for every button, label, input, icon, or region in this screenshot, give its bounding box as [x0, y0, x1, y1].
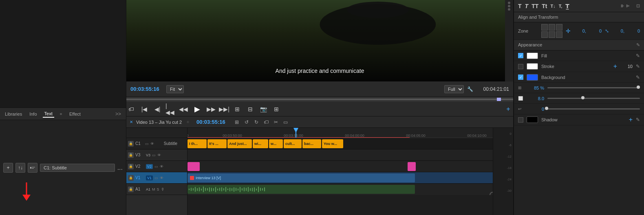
a1-mic-icon[interactable]: 🎙: [161, 187, 165, 191]
full-select[interactable]: Full: [444, 85, 464, 93]
link-btn[interactable]: ⊞: [232, 104, 242, 114]
transform-x[interactable]: 0,: [574, 29, 586, 33]
current-timecode[interactable]: 00:03:55:16: [130, 86, 163, 92]
transform-sy[interactable]: 0: [628, 29, 640, 33]
v1-eye-icon[interactable]: 👁: [160, 176, 163, 180]
tab-info[interactable]: Info: [28, 111, 38, 117]
v3-lock[interactable]: 🔒: [128, 152, 134, 158]
subtitle-lock[interactable]: 🔒: [128, 141, 134, 147]
timeline-timecode[interactable]: 00:03:55:16: [196, 119, 225, 125]
roundness-thumb[interactable]: [545, 107, 548, 110]
text-underline-btn[interactable]: T̲: [565, 3, 569, 9]
tab-text[interactable]: Text: [43, 110, 54, 118]
stroke-checkbox[interactable]: [518, 64, 523, 69]
size-slider[interactable]: [547, 98, 640, 99]
subtitle-clip-7[interactable]: bac...: [302, 139, 321, 148]
appearance-more-icon[interactable]: ✎: [636, 42, 640, 48]
v3-clip-icon[interactable]: ▭: [152, 153, 156, 157]
fit-select[interactable]: Fit: [166, 85, 184, 93]
camera-btn[interactable]: 📷: [258, 104, 268, 114]
timeline-caption-btn[interactable]: ▭: [282, 118, 290, 126]
stroke-add-btn[interactable]: +: [613, 63, 617, 70]
a1-lock[interactable]: 🔒: [128, 186, 134, 192]
background-color-swatch[interactable]: [527, 74, 538, 81]
track-label[interactable]: C1: Subtitle: [40, 164, 115, 172]
close-timeline-icon[interactable]: ✕: [130, 120, 133, 124]
background-edit-btn[interactable]: ✎: [636, 75, 640, 80]
opacity-thumb[interactable]: [637, 86, 640, 89]
export-btn[interactable]: ⊞: [271, 104, 281, 114]
a1-scroll-thumb[interactable]: [490, 192, 493, 195]
text-bold-btn[interactable]: T: [518, 3, 522, 9]
step-back-btn[interactable]: |◀: [139, 104, 149, 114]
v2-clip-2[interactable]: [408, 162, 416, 171]
zone-cell-5[interactable]: [549, 31, 555, 38]
trim-in-btn[interactable]: ◀|: [152, 104, 162, 114]
marker-btn[interactable]: 🏷: [126, 104, 136, 114]
transform-sx[interactable]: 0,: [612, 29, 624, 33]
size-value[interactable]: 8.0: [528, 96, 544, 101]
transform-y[interactable]: 0: [589, 29, 602, 33]
v2-eye-icon[interactable]: 👁: [160, 165, 163, 169]
scrubber-bar[interactable]: [126, 97, 513, 102]
v1-clip[interactable]: Interview 13 [V]: [187, 173, 415, 182]
roundness-slider[interactable]: [547, 108, 640, 110]
fill-color-swatch[interactable]: [527, 53, 538, 59]
tabs-more-button[interactable]: >>: [114, 110, 123, 118]
zone-cell-4[interactable]: [541, 31, 548, 38]
a1-m-btn[interactable]: M: [152, 187, 155, 191]
subtitle-clip-1[interactable]: I th...: [187, 139, 207, 148]
prev-frame-btn[interactable]: ◀◀: [179, 104, 188, 114]
next-frame-btn[interactable]: ▶▶: [206, 104, 216, 114]
multi-btn[interactable]: ⊟: [245, 104, 255, 114]
subtitle-eye-icon[interactable]: 👁: [150, 142, 154, 146]
fill-edit-btn[interactable]: ✎: [636, 53, 640, 59]
stroke-edit-btn[interactable]: ✎: [636, 64, 640, 69]
play-btn[interactable]: ▶: [192, 103, 203, 115]
subtitle-clip-5[interactable]: w...: [269, 139, 283, 148]
add-track-button[interactable]: +: [3, 163, 13, 173]
v2-clip-icon[interactable]: ▭: [154, 165, 158, 169]
a1-s-btn[interactable]: S: [157, 187, 159, 191]
text-menu-icon[interactable]: ≡: [58, 111, 64, 117]
zone-cell-3[interactable]: [556, 24, 562, 31]
transform-move-icon[interactable]: ✛: [566, 28, 571, 34]
size-thumb[interactable]: [581, 96, 584, 99]
v2-lock[interactable]: 🔒: [128, 164, 134, 169]
stroke-color-swatch[interactable]: [527, 63, 538, 70]
subtitle-clip-2[interactable]: It's ...: [207, 139, 227, 148]
subtitle-clip-4[interactable]: wi...: [253, 139, 268, 148]
scrubber-thumb[interactable]: [497, 98, 501, 101]
opacity-value[interactable]: 85 %: [528, 86, 544, 90]
shadow-edit-btn[interactable]: ✎: [636, 117, 640, 123]
subtitle-clip-6[interactable]: cult...: [284, 139, 302, 148]
text-italic-btn[interactable]: T: [525, 3, 529, 9]
track-more-button[interactable]: ...: [117, 164, 123, 171]
a1-clip[interactable]: [187, 185, 415, 194]
text-titlecase-btn[interactable]: Tt: [542, 3, 547, 9]
shadow-checkbox[interactable]: [518, 117, 523, 123]
align-left-btn[interactable]: ⊪: [621, 4, 624, 8]
next-edit-btn[interactable]: ▶▶|: [219, 104, 229, 114]
roundness-value[interactable]: 0: [528, 107, 544, 112]
background-checkbox[interactable]: [518, 75, 523, 80]
text-superscript-btn[interactable]: T,: [559, 4, 562, 9]
text-style-more-btn[interactable]: ⊡: [636, 3, 640, 9]
text-allcaps-btn[interactable]: TT: [532, 3, 538, 9]
opacity-slider[interactable]: [547, 87, 640, 88]
subtitle-clip-3[interactable]: And just...: [227, 139, 252, 148]
zone-cell-1[interactable]: [541, 24, 548, 31]
timeline-redo-btn[interactable]: ↻: [252, 118, 260, 126]
shadow-add-btn[interactable]: +: [629, 116, 633, 123]
v2-clip-1[interactable]: [187, 162, 200, 171]
timeline-marker-btn[interactable]: 🏷: [262, 118, 270, 126]
up-track-button[interactable]: ↑↓: [15, 163, 25, 173]
timeline-tool-btn[interactable]: ⊞: [233, 118, 241, 126]
v1-lock[interactable]: 🔒: [128, 175, 134, 181]
subtitle-clip-8[interactable]: You w...: [322, 139, 343, 148]
transform-scale-icon[interactable]: ⤡: [605, 28, 609, 34]
zone-cell-2[interactable]: [549, 24, 555, 31]
text-subscript-btn[interactable]: T↓: [550, 4, 555, 9]
fx-track-button[interactable]: [28, 163, 37, 173]
tab-effect[interactable]: Effect: [68, 111, 82, 117]
